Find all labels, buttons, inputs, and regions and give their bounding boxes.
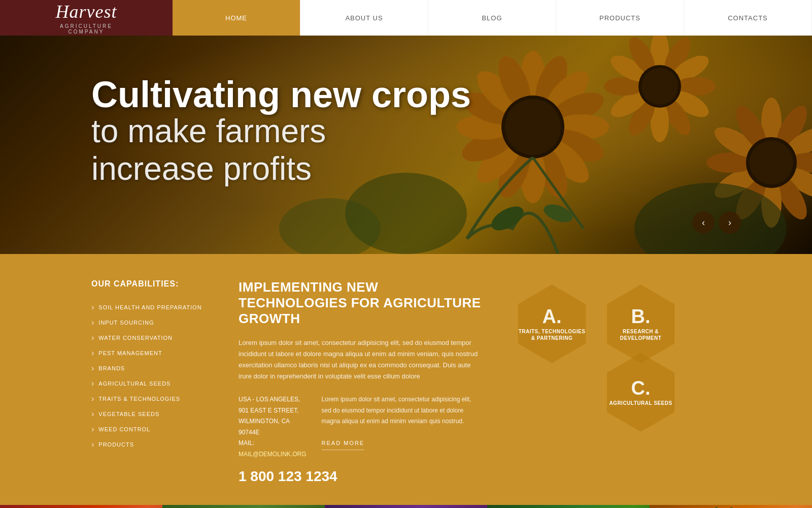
email-link[interactable]: MAIL@DEMOLINK.ORG: [239, 451, 307, 458]
nav-item-products[interactable]: PRODUCTS: [556, 0, 684, 36]
hero-section: Cultivating new crops to make farmers in…: [0, 36, 812, 254]
capabilities-title: OUR CAPABILITIES:: [91, 279, 208, 289]
main-nav: HOMEABOUT USBLOGPRODUCTSCONTACTS: [173, 0, 812, 36]
section-body: Lorem ipsum dolor sit amet, consectetur …: [239, 337, 482, 382]
nav-item-contacts[interactable]: CONTACTS: [684, 0, 812, 36]
read-more-link[interactable]: READ MORE: [322, 438, 365, 450]
hex-row-2: C. AGRICULTURAL SEEDS: [601, 353, 680, 432]
cap-list-item[interactable]: BRANDS: [91, 361, 208, 376]
logo-sub: AGRICULTURE COMPANY: [60, 23, 113, 35]
cap-list-item[interactable]: VEGETABLE SEEDS: [91, 406, 208, 422]
hex-label: TRAITS, TECHNOLOGIES & PARTNERING: [518, 328, 586, 341]
prev-arrow[interactable]: ‹: [692, 211, 715, 234]
middle-content: IMPLEMENTING NEW TECHNOLOGIES FOR AGRICU…: [239, 279, 482, 485]
hex-label: AGRICULTURAL SEEDS: [609, 400, 672, 406]
nav-item-about[interactable]: ABOUT US: [300, 0, 428, 36]
header: Harvest AGRICULTURE COMPANY HOMEABOUT US…: [0, 0, 812, 36]
hexagon-b[interactable]: B. RESEARCH & DEVELOPMENT: [601, 284, 680, 363]
cap-list-item[interactable]: WEED CONTROL: [91, 422, 208, 437]
address-right: Lorem ipsum dolor sit amet, consectetur …: [322, 394, 482, 460]
hex-letter: B.: [606, 307, 675, 326]
thumb-tomatoes: [0, 505, 162, 509]
hex-letter: A.: [518, 307, 586, 326]
address-row: USA - LOS ANGELES, 901 EAST E STREET, WI…: [239, 394, 482, 460]
hex-content: C. AGRICULTURAL SEEDS: [604, 373, 677, 411]
cap-list-item[interactable]: PEST MANAGEMENT: [91, 345, 208, 361]
nav-item-blog[interactable]: BLOG: [428, 0, 556, 36]
hex-label: RESEARCH & DEVELOPMENT: [606, 328, 675, 341]
section-heading: IMPLEMENTING NEW TECHNOLOGIES FOR AGRICU…: [239, 279, 482, 327]
next-arrow[interactable]: ›: [719, 211, 741, 234]
cap-list-item[interactable]: SOIL HEALTH AND PREPARATION: [91, 300, 208, 315]
phone-number: 1 800 123 1234: [239, 468, 482, 485]
cap-list-item[interactable]: PRODUCTS: [91, 437, 208, 452]
hex-content: B. RESEARCH & DEVELOPMENT: [601, 302, 680, 346]
hex-row-1: A. TRAITS, TECHNOLOGIES & PARTNERING B. …: [513, 284, 680, 363]
thumb-cucumbers: [162, 505, 325, 509]
thumb-eggplant: [325, 505, 487, 509]
thumb-herbs: [487, 505, 650, 509]
nav-item-home[interactable]: HOME: [173, 0, 300, 36]
hero-title-bold: Cultivating new crops: [91, 76, 812, 113]
hero-title-light-1: to make farmers increase profits: [91, 113, 812, 187]
hexagon-a[interactable]: A. TRAITS, TECHNOLOGIES & PARTNERING: [513, 284, 591, 363]
address-left: USA - LOS ANGELES, 901 EAST E STREET, WI…: [239, 394, 307, 460]
thumb-carrots: [650, 505, 812, 509]
hex-content: A. TRAITS, TECHNOLOGIES & PARTNERING: [513, 302, 591, 346]
main-section: OUR CAPABILITIES: SOIL HEALTH AND PREPAR…: [0, 254, 812, 505]
hero-arrows: ‹ ›: [692, 211, 741, 234]
cap-list-item[interactable]: TRAITS & TECHNOLOGIES: [91, 391, 208, 406]
thumbnails-row: [0, 505, 812, 509]
cap-list-item[interactable]: INPUT SOURCING: [91, 315, 208, 330]
cap-list-item[interactable]: AGRICULTURAL SEEDS: [91, 376, 208, 391]
logo[interactable]: Harvest AGRICULTURE COMPANY: [0, 0, 173, 36]
capabilities-panel: OUR CAPABILITIES: SOIL HEALTH AND PREPAR…: [91, 279, 208, 485]
cap-list-item[interactable]: WATER CONSERVATION: [91, 330, 208, 345]
hex-letter: C.: [609, 378, 672, 398]
hexagon-c[interactable]: C. AGRICULTURAL SEEDS: [601, 353, 680, 432]
hero-content: Cultivating new crops to make farmers in…: [0, 36, 812, 187]
hexagons-panel: A. TRAITS, TECHNOLOGIES & PARTNERING B. …: [513, 279, 685, 485]
capabilities-list: SOIL HEALTH AND PREPARATIONINPUT SOURCIN…: [91, 300, 208, 452]
logo-name: Harvest: [56, 1, 117, 22]
